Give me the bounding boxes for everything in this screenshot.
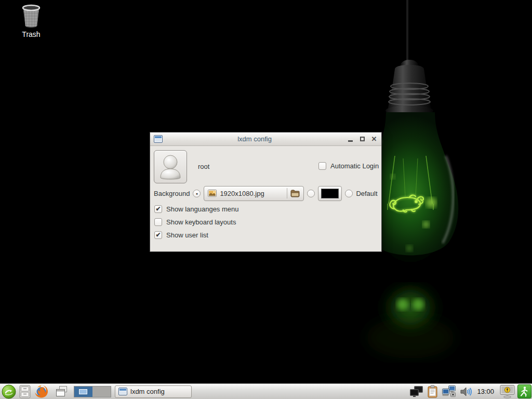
automatic-login-label: Automatic Login — [330, 162, 379, 170]
window-titlebar[interactable]: lxdm config ✕ — [150, 132, 381, 146]
show-desktop-button[interactable] — [54, 384, 69, 399]
show-user-list-label: Show user list — [166, 231, 208, 239]
show-keyboard-layouts-checkbox[interactable] — [154, 218, 162, 226]
user-name-label: root — [198, 163, 209, 171]
clock[interactable]: 13:00 — [477, 388, 494, 395]
taskbar: lxdm config — [0, 383, 532, 399]
color-swatch — [321, 189, 339, 198]
automatic-login-checkbox[interactable] — [318, 162, 326, 170]
file-manager-button[interactable] — [17, 384, 33, 399]
monitors-icon — [409, 385, 423, 398]
user-icon — [154, 151, 187, 183]
trash-icon — [19, 3, 43, 28]
background-file-name: 1920x1080.jpg — [220, 190, 286, 197]
firefox-icon — [34, 384, 48, 398]
logout-button[interactable] — [517, 384, 531, 398]
displays-tray-icon[interactable] — [408, 384, 424, 399]
speaker-icon — [460, 385, 472, 398]
task-window-icon — [118, 388, 127, 395]
task-button-lxdm-config[interactable]: lxdm config — [115, 385, 192, 398]
button-separator — [287, 188, 287, 198]
trash-label: Trash — [12, 30, 50, 38]
workspace-1[interactable] — [74, 387, 92, 397]
show-user-list-checkbox[interactable]: ✔ — [154, 231, 162, 239]
network-tray-icon[interactable] — [441, 384, 457, 399]
minimize-button[interactable] — [347, 136, 354, 143]
background-image-radio[interactable]: ● — [193, 190, 201, 197]
iconify-windows-icon — [55, 385, 68, 397]
desktop-background: Trash lxdm config ✕ — [0, 0, 532, 399]
app-menu-button[interactable] — [1, 384, 17, 399]
firefox-button[interactable] — [33, 384, 49, 399]
image-thumbnail-icon — [208, 190, 217, 197]
background-color-radio[interactable] — [307, 190, 315, 197]
user-avatar-button[interactable] — [154, 150, 187, 183]
show-languages-menu-checkbox[interactable]: ✔ — [154, 205, 162, 213]
trash-desktop-icon[interactable]: Trash — [12, 3, 50, 38]
screensaver-tray-icon[interactable] — [498, 384, 516, 399]
workspace-window-thumb — [79, 389, 87, 394]
logout-runner-icon — [519, 386, 530, 397]
clipboard-tray-icon[interactable] — [425, 384, 439, 399]
lxdm-config-window: lxdm config ✕ — [150, 132, 382, 252]
workspace-pager — [74, 386, 111, 397]
show-keyboard-layouts-label: Show keyboard layouts — [166, 218, 236, 226]
show-languages-menu-label: Show languanges menu — [166, 205, 239, 213]
file-cabinet-icon — [19, 385, 31, 398]
background-file-button[interactable]: 1920x1080.jpg — [204, 186, 304, 201]
window-title: lxdm config — [163, 135, 347, 143]
screensaver-lock-icon — [499, 384, 515, 398]
task-button-label: lxdm config — [130, 388, 165, 395]
background-label: Background — [154, 190, 190, 197]
workspace-2[interactable] — [92, 387, 111, 397]
background-color-button[interactable] — [318, 186, 342, 201]
close-button[interactable]: ✕ — [370, 136, 378, 143]
window-app-icon — [154, 135, 163, 143]
network-computers-icon — [442, 385, 456, 398]
clipboard-icon — [427, 385, 438, 398]
maximize-button[interactable] — [358, 136, 366, 143]
opensuse-menu-icon — [2, 384, 16, 399]
default-label: Default — [356, 190, 377, 197]
folder-icon — [290, 190, 300, 197]
background-default-radio[interactable] — [345, 190, 353, 197]
window-content: root Automatic Login Background ● 192 — [150, 146, 381, 251]
volume-tray-icon[interactable] — [459, 384, 473, 399]
